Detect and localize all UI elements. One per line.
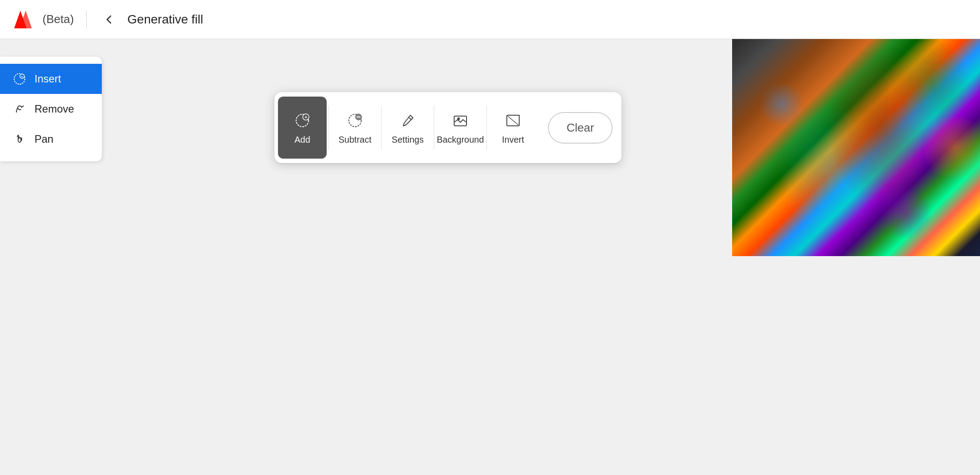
toolbar-btn-settings-label: Settings (392, 135, 424, 145)
toolbar-btn-subtract[interactable]: Subtract (331, 97, 379, 159)
toolbar-btn-background[interactable]: Background (436, 97, 485, 159)
svg-text:+: + (21, 75, 23, 79)
page-title: Generative fill (127, 12, 203, 27)
toolbar-btn-invert[interactable]: Invert (489, 97, 537, 159)
svg-point-12 (457, 117, 460, 120)
toolbar-btn-subtract-label: Subtract (339, 135, 371, 145)
insert-icon: + (12, 72, 27, 86)
topbar-divider (86, 11, 87, 28)
subtract-icon (345, 111, 365, 130)
add-icon: + (293, 111, 312, 130)
separator-3 (434, 105, 434, 150)
sidebar-item-pan[interactable]: Pan (0, 124, 102, 154)
sidebar-panel: + Insert Remove (0, 57, 102, 161)
toolbar-btn-settings[interactable]: Settings (383, 97, 432, 159)
separator-2 (381, 105, 382, 150)
toolbar-btn-invert-label: Invert (502, 135, 524, 145)
toolbar-buttons-group: + Add Subtract (274, 97, 541, 159)
toolbar-btn-add[interactable]: + Add (278, 97, 327, 159)
pan-icon (12, 132, 27, 146)
beta-label: (Beta) (42, 12, 74, 26)
separator-4 (486, 105, 487, 150)
toolbar-btn-background-label: Background (437, 135, 484, 145)
sidebar-item-remove[interactable]: Remove (0, 94, 102, 124)
background-icon (451, 111, 470, 130)
sidebar-item-insert-label: Insert (35, 73, 61, 85)
toolbar-btn-add-label: Add (294, 135, 310, 145)
adobe-logo (14, 11, 32, 28)
separator-1 (328, 105, 329, 150)
invert-icon (503, 111, 523, 130)
settings-icon (398, 111, 417, 130)
topbar: (Beta) Generative fill (0, 0, 980, 39)
sidebar-item-insert[interactable]: + Insert (0, 64, 102, 94)
floating-toolbar: + Add Subtract (274, 92, 621, 163)
chevron-left-icon (103, 13, 115, 26)
remove-icon (12, 102, 27, 116)
canvas-image (732, 39, 980, 256)
clear-button[interactable]: Clear (548, 112, 613, 144)
canvas-area (732, 39, 980, 256)
sidebar-item-remove-label: Remove (35, 103, 74, 115)
main-content: + Insert Remove (0, 39, 980, 475)
sidebar-item-pan-label: Pan (35, 133, 54, 145)
back-button[interactable] (99, 10, 119, 29)
svg-text:+: + (305, 114, 307, 119)
